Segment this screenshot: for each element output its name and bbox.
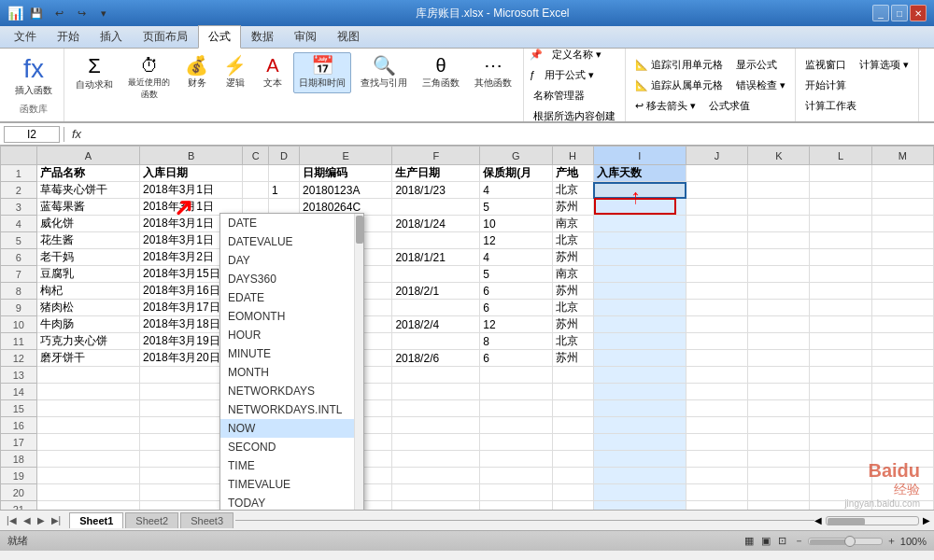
table-cell[interactable] <box>748 501 810 511</box>
table-cell[interactable]: 2018/2/6 <box>392 350 480 367</box>
table-cell[interactable] <box>36 468 139 484</box>
table-cell[interactable] <box>480 384 552 400</box>
table-cell[interactable] <box>748 182 810 199</box>
view-normal[interactable]: ▦ <box>744 535 754 547</box>
table-cell[interactable] <box>552 468 593 484</box>
table-cell[interactable] <box>392 232 480 249</box>
table-cell[interactable] <box>810 283 871 300</box>
table-cell[interactable] <box>810 165 871 182</box>
table-cell[interactable] <box>480 501 552 511</box>
tab-layout[interactable]: 页面布局 <box>133 25 198 48</box>
sheet-tab-3[interactable]: Sheet3 <box>180 512 234 528</box>
create-from-selection-button[interactable]: 根据所选内容创建 <box>530 107 619 125</box>
tab-nav-last[interactable]: ▶| <box>49 513 64 527</box>
table-cell[interactable] <box>36 367 139 384</box>
table-cell[interactable]: 南京 <box>552 266 593 283</box>
quick-undo[interactable]: ↩ <box>50 4 68 22</box>
table-cell[interactable] <box>392 484 480 501</box>
table-cell[interactable]: 12 <box>480 232 552 249</box>
table-cell[interactable] <box>810 232 871 249</box>
table-cell[interactable] <box>392 400 480 417</box>
table-cell[interactable] <box>593 350 686 367</box>
table-cell[interactable] <box>871 333 933 350</box>
trace-dependents-button[interactable]: 📐 追踪从属单元格 <box>631 77 727 94</box>
table-cell[interactable]: 保质期(月 <box>480 165 552 182</box>
table-cell[interactable]: 枸杞 <box>36 283 139 300</box>
table-cell[interactable]: 2018/1/24 <box>392 216 480 232</box>
table-cell[interactable] <box>593 182 686 199</box>
table-cell[interactable] <box>392 417 480 434</box>
table-cell[interactable] <box>552 400 593 417</box>
table-cell[interactable]: 北京 <box>552 232 593 249</box>
table-cell[interactable] <box>748 199 810 216</box>
table-cell[interactable] <box>748 333 810 350</box>
table-cell[interactable] <box>686 249 748 266</box>
table-cell[interactable]: 1 <box>268 182 299 199</box>
col-header-h[interactable]: H <box>552 147 593 165</box>
table-cell[interactable] <box>748 434 810 451</box>
table-cell[interactable] <box>593 434 686 451</box>
table-cell[interactable] <box>593 266 686 283</box>
logic-button[interactable]: ⚡ 逻辑 <box>218 52 252 93</box>
table-cell[interactable] <box>593 451 686 468</box>
table-cell[interactable] <box>593 283 686 300</box>
calc-sheet-button[interactable]: 计算工作表 <box>801 97 860 115</box>
table-cell[interactable] <box>748 350 810 367</box>
col-header-d[interactable]: D <box>268 147 299 165</box>
scroll-right[interactable]: ▶ <box>923 515 930 525</box>
other-functions-button[interactable]: ⋯ 其他函数 <box>469 52 517 93</box>
table-cell[interactable] <box>552 384 593 400</box>
table-cell[interactable]: 2018/2/4 <box>392 316 480 333</box>
table-cell[interactable] <box>871 417 933 434</box>
sheet-tab-1[interactable]: Sheet1 <box>69 512 123 528</box>
dropdown-scrollbar[interactable] <box>354 214 363 510</box>
table-cell[interactable] <box>686 300 748 316</box>
table-cell[interactable] <box>871 434 933 451</box>
table-cell[interactable] <box>871 216 933 232</box>
maximize-button[interactable]: □ <box>891 5 908 21</box>
h-scrollbar-track[interactable] <box>826 516 919 525</box>
table-cell[interactable] <box>871 316 933 333</box>
table-cell[interactable] <box>392 367 480 384</box>
table-cell[interactable] <box>810 266 871 283</box>
col-header-m[interactable]: M <box>871 147 933 165</box>
table-cell[interactable]: 2018/1/21 <box>392 249 480 266</box>
view-layout[interactable]: ▣ <box>761 535 771 547</box>
table-cell[interactable] <box>871 182 933 199</box>
zoom-slider[interactable] <box>808 538 883 545</box>
table-cell[interactable] <box>871 400 933 417</box>
zoom-in[interactable]: ＋ <box>886 534 897 548</box>
table-cell[interactable]: 苏州 <box>552 199 593 216</box>
table-cell[interactable] <box>748 266 810 283</box>
table-cell[interactable] <box>810 249 871 266</box>
table-cell[interactable]: 6 <box>480 300 552 316</box>
quick-dropdown[interactable]: ▾ <box>94 4 113 22</box>
table-cell[interactable] <box>480 484 552 501</box>
table-cell[interactable] <box>593 316 686 333</box>
table-cell[interactable] <box>552 451 593 468</box>
table-cell[interactable] <box>810 316 871 333</box>
zoom-slider-thumb[interactable] <box>844 536 856 547</box>
table-cell[interactable] <box>810 182 871 199</box>
table-cell[interactable] <box>686 367 748 384</box>
table-cell[interactable] <box>593 384 686 400</box>
table-cell[interactable] <box>392 384 480 400</box>
table-cell[interactable] <box>480 434 552 451</box>
quick-save[interactable]: 💾 <box>27 4 46 22</box>
table-cell[interactable] <box>686 501 748 511</box>
table-cell[interactable] <box>686 316 748 333</box>
table-cell[interactable]: 苏州 <box>552 249 593 266</box>
table-cell[interactable] <box>810 384 871 400</box>
table-cell[interactable] <box>686 182 748 199</box>
quick-redo[interactable]: ↪ <box>72 4 91 22</box>
table-cell[interactable] <box>748 300 810 316</box>
cell-reference-box[interactable] <box>4 126 60 143</box>
table-cell[interactable] <box>268 165 299 182</box>
minimize-button[interactable]: _ <box>872 5 889 21</box>
col-header-c[interactable]: C <box>243 147 269 165</box>
dropdown-item-timevalue[interactable]: TIMEVALUE <box>220 475 363 494</box>
table-cell[interactable] <box>748 417 810 434</box>
table-cell[interactable] <box>686 216 748 232</box>
table-cell[interactable] <box>748 400 810 417</box>
table-cell[interactable] <box>810 468 871 484</box>
